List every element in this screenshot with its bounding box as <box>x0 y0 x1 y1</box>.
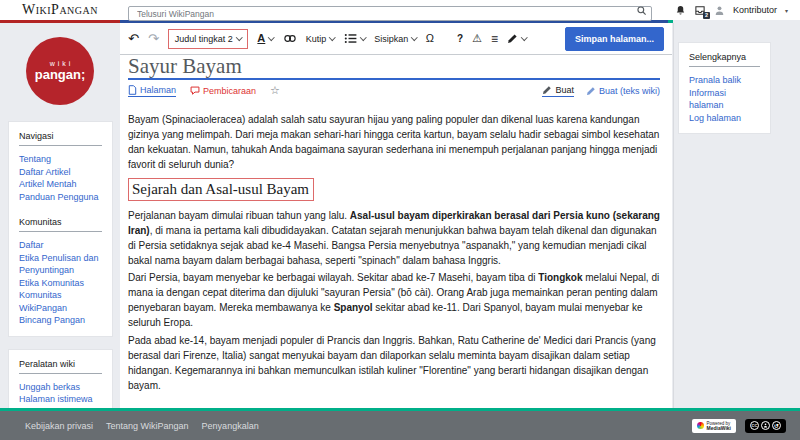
sidebar-item-panduan-pengguna[interactable]: Panduan Pengguna <box>19 191 102 204</box>
bell-icon[interactable] <box>675 5 686 16</box>
user-avatar-icon[interactable] <box>714 5 725 16</box>
redo-icon[interactable]: ↷ <box>148 32 159 45</box>
chevron-down-icon <box>411 34 417 40</box>
paragraph-history: Perjalanan bayam dimulai ribuan tahun ya… <box>128 208 660 268</box>
tab-pembicaraan[interactable]: Pembicaraan <box>190 86 256 96</box>
tab-halaman[interactable]: Halaman <box>128 85 176 97</box>
pencil-icon <box>586 86 596 96</box>
user-menu-caret-icon[interactable]: ▾ <box>785 7 788 14</box>
mw-badge-line2: MediaWiki <box>707 426 731 431</box>
page-tabs: Halaman Pembicaraan ☆ Buat Buat (teks wi… <box>128 84 660 97</box>
wikipangan-app: WikiPangan 2 Kontributor ▾ <box>0 0 800 440</box>
cc-icon: CC <box>750 421 759 430</box>
action-buat[interactable]: Buat <box>542 85 574 97</box>
left-sidebar: wiki pangan; Navigasi Tentang Daftar Art… <box>0 23 120 408</box>
chevron-down-icon <box>360 34 366 40</box>
pencil-icon <box>507 33 518 44</box>
cite-dropdown[interactable]: Kutip <box>306 34 335 44</box>
notices-warning-icon[interactable]: ⚠ <box>472 33 482 44</box>
search-icon[interactable] <box>636 5 647 16</box>
search-input[interactable] <box>128 6 652 21</box>
footer-link-tentang-wikipangan[interactable]: Tentang WikiPangan <box>106 421 189 431</box>
page-icon <box>128 85 137 95</box>
sidebar-item-log-halaman[interactable]: Log halaman <box>689 112 760 125</box>
footer-link-penyangkalan[interactable]: Penyangkalan <box>202 421 259 431</box>
paragraph-europe: Pada abad ke-14, bayam menjadi populer d… <box>128 333 660 393</box>
sidebar-item-unggah-berkas[interactable]: Unggah berkas <box>19 381 102 394</box>
text-run: Dari Persia, bayam menyebar ke berbagai … <box>128 272 538 283</box>
article-body: Sayur Bayam Halaman Pembicaraan ☆ Buat <box>120 55 672 393</box>
right-sidebar: Selengkapnya Pranala balik Informasi hal… <box>673 23 800 408</box>
wiki-tools-heading: Peralatan wiki <box>19 359 102 374</box>
sidebar-item-halaman-istimewa[interactable]: Halaman istimewa <box>19 393 102 406</box>
bold-text-run: Tiongkok <box>538 272 582 283</box>
sidebar-item-bincang-pangan[interactable]: Bincang Pangan <box>19 314 102 327</box>
format-dropdown-label: Judul tingkat 2 <box>175 34 233 44</box>
cc-by-person-icon <box>761 421 770 430</box>
undo-icon[interactable]: ↶ <box>128 32 139 45</box>
sidebar-item-tentang[interactable]: Tentang <box>19 153 102 166</box>
sidebar-item-artikel-mentah[interactable]: Artikel Mentah <box>19 178 102 191</box>
pencil-icon <box>542 85 552 95</box>
text-run: Perjalanan bayam dimulai ribuan tahun ya… <box>128 210 350 221</box>
insert-dropdown[interactable]: Sisipkan <box>374 34 417 44</box>
sidebar-item-etika-komunitas[interactable]: Etika Komunitas <box>19 277 102 290</box>
sidebar-item-daftar[interactable]: Daftar <box>19 239 102 252</box>
more-heading: Selengkapnya <box>689 52 760 67</box>
page-options-menu-icon[interactable]: ≡ <box>491 33 498 45</box>
community-heading: Komunitas <box>19 217 102 232</box>
insert-label: Sisipkan <box>374 34 408 44</box>
list-format-dropdown[interactable] <box>344 33 366 44</box>
chevron-down-icon <box>329 34 335 40</box>
tab-pembicaraan-label: Pembicaraan <box>203 86 256 96</box>
sidebar-item-pranala-balik[interactable]: Pranala balik <box>689 74 760 87</box>
wiki-tools-card: Peralatan wiki Unggah berkas Halaman ist… <box>8 349 113 416</box>
creative-commons-badge[interactable]: CC ↺ <box>745 419 786 433</box>
sidebar-item-etika-penulisan[interactable]: Etika Penulisan dan Penyuntingan <box>19 252 102 277</box>
paragraph-format-dropdown[interactable]: Judul tingkat 2 <box>168 29 249 49</box>
main-content: ↶ ↷ Judul tingkat 2 A Kutip Sis <box>120 23 672 408</box>
chevron-down-icon <box>521 34 527 40</box>
link-button[interactable] <box>283 33 297 44</box>
action-buat-teks-wiki[interactable]: Buat (teks wiki) <box>586 86 660 96</box>
watch-star-icon[interactable]: ☆ <box>270 85 280 96</box>
tab-halaman-label: Halaman <box>140 85 176 95</box>
username[interactable]: Kontributor <box>733 5 777 15</box>
nav-card: Navigasi Tentang Daftar Artikel Artikel … <box>8 121 113 337</box>
paragraph-spread: Dari Persia, bayam menyebar ke berbagai … <box>128 270 660 330</box>
powered-by-mediawiki-badge[interactable]: Powered byMediaWiki <box>692 419 736 433</box>
action-buat-label: Buat <box>555 85 574 95</box>
cc-sa-icon: ↺ <box>772 421 781 430</box>
mediawiki-flower-icon <box>697 422 704 429</box>
text-style-icon: A <box>257 33 265 44</box>
sidebar-item-daftar-artikel[interactable]: Daftar Artikel <box>19 166 102 179</box>
footer-badges: Powered byMediaWiki CC ↺ <box>692 419 786 433</box>
action-buat-teks-wiki-label: Buat (teks wiki) <box>599 86 660 96</box>
logo-text-pangan: pangan; <box>35 67 86 82</box>
section-heading-selected[interactable]: Sejarah dan Asal-usul Bayam <box>128 178 314 201</box>
sidebar-item-informasi-halaman[interactable]: Informasi halaman <box>689 87 760 112</box>
user-area: 2 Kontributor ▾ <box>675 5 800 16</box>
logo-text-wiki: wiki <box>50 60 74 67</box>
text-style-dropdown[interactable]: A <box>257 33 273 44</box>
help-button[interactable]: ? <box>457 33 463 44</box>
nav-heading: Navigasi <box>19 131 102 146</box>
editor-switch-dropdown[interactable] <box>507 33 527 44</box>
special-character-button[interactable]: Ω <box>426 33 434 44</box>
wikipangan-logo[interactable]: wiki pangan; <box>26 37 94 105</box>
cite-label: Kutip <box>306 34 327 44</box>
chevron-down-icon <box>236 34 242 40</box>
talk-bubble-icon <box>190 86 200 96</box>
footer-link-kebijakan-privasi[interactable]: Kebijakan privasi <box>25 421 93 431</box>
save-page-button[interactable]: Simpan halaman... <box>565 27 664 51</box>
top-header: WikiPangan 2 Kontributor ▾ <box>0 0 800 20</box>
chevron-down-icon <box>268 34 274 40</box>
bold-text-run: Spanyol <box>334 302 373 313</box>
bullet-list-icon <box>344 33 357 44</box>
sidebar-item-komunitas-wikipangan[interactable]: Komunitas WikiPangan <box>19 289 102 314</box>
search-box <box>128 3 652 18</box>
site-logo[interactable]: WikiPangan <box>0 2 120 18</box>
page-title: Sayur Bayam <box>128 55 660 80</box>
text-run: , di mana ia pertama kali dibudidayakan.… <box>128 225 657 266</box>
notifications-tray-icon[interactable]: 2 <box>694 5 706 16</box>
